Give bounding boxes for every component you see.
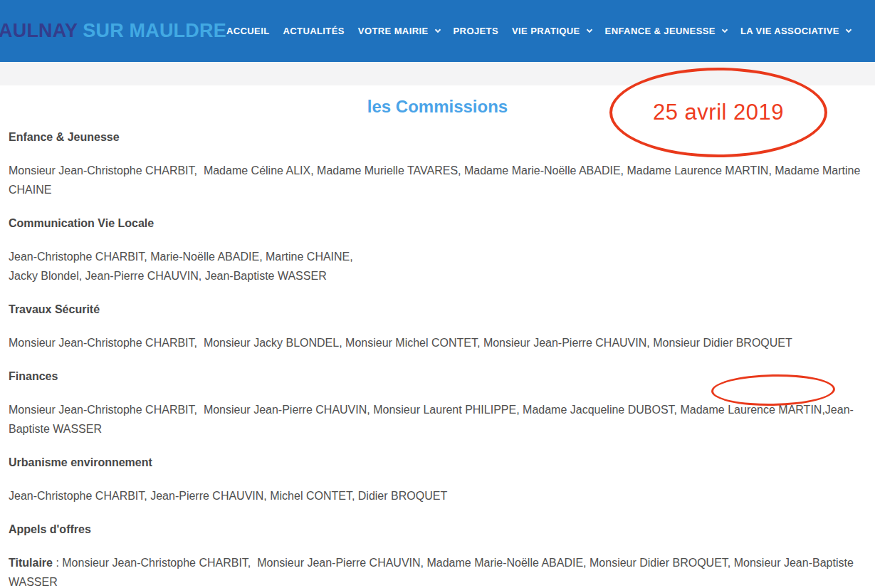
nav-item-label: PROJETS	[454, 26, 498, 36]
section-heading: Enfance & Jeunesse	[9, 127, 866, 147]
nav-item-label: ACCUEIL	[226, 26, 270, 36]
section-members: Titulaire : Monsieur Jean-Christophe CHA…	[9, 553, 866, 588]
nav-item-accueil[interactable]: ACCUEIL	[226, 26, 270, 36]
nav-item-votre-mairie[interactable]: VOTRE MAIRIE	[358, 26, 440, 36]
nav-item-label: ACTUALITÉS	[283, 26, 345, 36]
top-navbar: AULNAYSUR MAULDRE ACCUEILACTUALITÉSVOTRE…	[0, 0, 875, 62]
section-heading: Travaux Sécurité	[9, 300, 866, 319]
nav-item-actualit-s[interactable]: ACTUALITÉS	[283, 26, 345, 36]
page: AULNAYSUR MAULDRE ACCUEILACTUALITÉSVOTRE…	[0, 0, 875, 588]
nav-item-label: VIE PRATIQUE	[512, 26, 580, 36]
nav-item-vie-pratique[interactable]: VIE PRATIQUE	[512, 26, 592, 36]
section-members: Jean-Christophe CHARBIT, Jean-Pierre CHA…	[9, 486, 866, 505]
section-heading: Appels d'offres	[9, 520, 866, 539]
nav-item-la-vie-associative[interactable]: LA VIE ASSOCIATIVE	[740, 26, 851, 36]
page-title: les Commissions	[9, 95, 866, 119]
member-role-label: Titulaire	[9, 557, 53, 569]
main-navigation: ACCUEILACTUALITÉSVOTRE MAIRIEPROJETSVIE …	[226, 26, 851, 36]
subheader-band	[0, 62, 875, 85]
section-heading: Communication Vie Locale	[9, 214, 866, 233]
site-logo-primary: AULNAY	[0, 20, 78, 41]
chevron-down-icon	[586, 27, 592, 33]
nav-item-label: LA VIE ASSOCIATIVE	[740, 26, 839, 36]
section-heading: Finances	[9, 367, 866, 386]
site-logo-secondary: SUR MAULDRE	[83, 20, 226, 41]
nav-item-label: VOTRE MAIRIE	[358, 26, 429, 36]
nav-item-enfance-jeunesse[interactable]: ENFANCE & JEUNESSE	[605, 26, 727, 36]
nav-item-label: ENFANCE & JEUNESSE	[605, 26, 716, 36]
main-content: les Commissions Enfance & JeunesseMonsie…	[0, 95, 875, 588]
nav-item-projets[interactable]: PROJETS	[454, 26, 498, 36]
section-members: Monsieur Jean-Christophe CHARBIT, Monsie…	[9, 333, 866, 352]
chevron-down-icon	[434, 27, 440, 33]
section-members: Jean-Christophe CHARBIT, Marie-Noëlle AB…	[9, 247, 866, 285]
chevron-down-icon	[846, 27, 852, 33]
section-members: Monsieur Jean-Christophe CHARBIT, Monsie…	[9, 400, 866, 439]
section-members: Monsieur Jean-Christophe CHARBIT, Madame…	[9, 161, 866, 199]
site-logo[interactable]: AULNAYSUR MAULDRE	[0, 20, 226, 42]
commissions-list: Enfance & JeunesseMonsieur Jean-Christop…	[9, 127, 866, 588]
chevron-down-icon	[722, 27, 728, 33]
section-heading: Urbanisme environnement	[9, 453, 866, 472]
